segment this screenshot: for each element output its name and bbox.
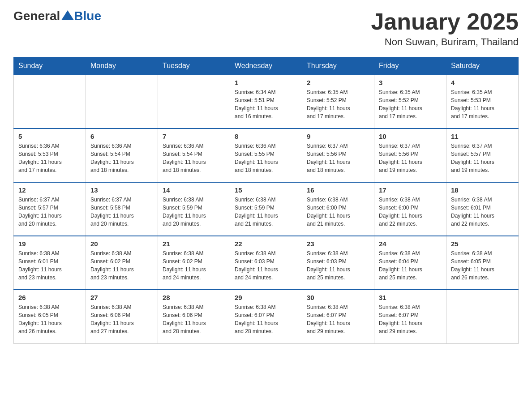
day-info: Sunrise: 6:38 AM Sunset: 6:07 PM Dayligh… [379,303,442,335]
day-info: Sunrise: 6:37 AM Sunset: 5:56 PM Dayligh… [307,142,369,174]
calendar-cell: 2Sunrise: 6:35 AM Sunset: 5:52 PM Daylig… [302,75,374,128]
calendar-cell: 28Sunrise: 6:38 AM Sunset: 6:06 PM Dayli… [158,290,230,343]
day-info: Sunrise: 6:37 AM Sunset: 5:58 PM Dayligh… [90,196,153,228]
logo-blue-text: Blue [74,9,101,23]
day-number: 21 [163,240,225,248]
calendar-cell: 14Sunrise: 6:38 AM Sunset: 5:59 PM Dayli… [158,182,230,236]
calendar-cell [86,75,158,128]
day-info: Sunrise: 6:38 AM Sunset: 6:06 PM Dayligh… [163,303,225,335]
day-number: 7 [163,133,225,140]
day-number: 16 [307,186,369,194]
day-number: 31 [379,294,442,301]
day-number: 28 [163,294,225,301]
day-info: Sunrise: 6:36 AM Sunset: 5:54 PM Dayligh… [163,142,225,174]
calendar-cell: 24Sunrise: 6:38 AM Sunset: 6:04 PM Dayli… [374,236,446,290]
logo-triangle-icon [61,10,74,20]
header-row: SundayMondayTuesdayWednesdayThursdayFrid… [14,57,519,75]
calendar-week-2: 5Sunrise: 6:36 AM Sunset: 5:53 PM Daylig… [14,128,519,182]
day-number: 19 [18,240,81,248]
day-number: 25 [451,240,514,248]
calendar-cell: 13Sunrise: 6:37 AM Sunset: 5:58 PM Dayli… [86,182,158,236]
day-number: 22 [235,240,297,248]
calendar-cell: 19Sunrise: 6:38 AM Sunset: 6:01 PM Dayli… [14,236,86,290]
calendar-cell: 10Sunrise: 6:37 AM Sunset: 5:56 PM Dayli… [374,128,446,182]
day-number: 1 [235,79,297,86]
calendar-cell: 9Sunrise: 6:37 AM Sunset: 5:56 PM Daylig… [302,128,374,182]
calendar-week-1: 1Sunrise: 6:34 AM Sunset: 5:51 PM Daylig… [14,75,519,128]
day-info: Sunrise: 6:36 AM Sunset: 5:54 PM Dayligh… [90,142,153,174]
day-info: Sunrise: 6:38 AM Sunset: 6:07 PM Dayligh… [235,303,297,335]
calendar-cell: 6Sunrise: 6:36 AM Sunset: 5:54 PM Daylig… [86,128,158,182]
day-info: Sunrise: 6:38 AM Sunset: 6:01 PM Dayligh… [451,196,514,228]
day-info: Sunrise: 6:38 AM Sunset: 6:04 PM Dayligh… [379,249,442,282]
day-number: 4 [451,79,514,86]
calendar-week-3: 12Sunrise: 6:37 AM Sunset: 5:57 PM Dayli… [14,182,519,236]
calendar-cell: 4Sunrise: 6:35 AM Sunset: 5:53 PM Daylig… [446,75,519,128]
header-cell-wednesday: Wednesday [230,57,302,75]
day-number: 8 [235,133,297,140]
header-cell-saturday: Saturday [446,57,519,75]
day-number: 11 [451,133,514,140]
calendar-header: SundayMondayTuesdayWednesdayThursdayFrid… [14,57,519,75]
day-info: Sunrise: 6:34 AM Sunset: 5:51 PM Dayligh… [235,88,297,120]
day-number: 17 [379,186,442,194]
day-info: Sunrise: 6:37 AM Sunset: 5:56 PM Dayligh… [379,142,442,174]
day-number: 10 [379,133,442,140]
day-info: Sunrise: 6:38 AM Sunset: 6:02 PM Dayligh… [163,249,225,282]
day-info: Sunrise: 6:38 AM Sunset: 6:00 PM Dayligh… [307,196,369,228]
day-number: 12 [18,186,81,194]
day-info: Sunrise: 6:38 AM Sunset: 6:07 PM Dayligh… [307,303,369,335]
header-cell-thursday: Thursday [302,57,374,75]
day-number: 24 [379,240,442,248]
calendar-cell [14,75,86,128]
calendar-cell [446,290,519,343]
calendar-cell: 15Sunrise: 6:38 AM Sunset: 5:59 PM Dayli… [230,182,302,236]
day-number: 23 [307,240,369,248]
day-info: Sunrise: 6:37 AM Sunset: 5:57 PM Dayligh… [451,142,514,174]
logo: General Blue [13,9,101,23]
day-number: 18 [451,186,514,194]
calendar-cell: 17Sunrise: 6:38 AM Sunset: 6:00 PM Dayli… [374,182,446,236]
title-section: January 2025 Non Suwan, Buriram, Thailan… [371,9,519,48]
calendar-cell: 22Sunrise: 6:38 AM Sunset: 6:03 PM Dayli… [230,236,302,290]
day-info: Sunrise: 6:38 AM Sunset: 6:01 PM Dayligh… [18,249,81,282]
day-info: Sunrise: 6:38 AM Sunset: 5:59 PM Dayligh… [235,196,297,228]
calendar-body: 1Sunrise: 6:34 AM Sunset: 5:51 PM Daylig… [14,75,519,343]
calendar-cell: 26Sunrise: 6:38 AM Sunset: 6:05 PM Dayli… [14,290,86,343]
day-info: Sunrise: 6:38 AM Sunset: 6:00 PM Dayligh… [379,196,442,228]
day-info: Sunrise: 6:35 AM Sunset: 5:52 PM Dayligh… [307,88,369,120]
calendar-cell: 12Sunrise: 6:37 AM Sunset: 5:57 PM Dayli… [14,182,86,236]
day-number: 30 [307,294,369,301]
day-info: Sunrise: 6:38 AM Sunset: 6:02 PM Dayligh… [90,249,153,282]
calendar-cell: 5Sunrise: 6:36 AM Sunset: 5:53 PM Daylig… [14,128,86,182]
day-info: Sunrise: 6:38 AM Sunset: 6:06 PM Dayligh… [90,303,153,335]
day-info: Sunrise: 6:37 AM Sunset: 5:57 PM Dayligh… [18,196,81,228]
page-header: General Blue January 2025 Non Suwan, Bur… [13,9,519,48]
day-number: 27 [90,294,153,301]
calendar-cell: 8Sunrise: 6:36 AM Sunset: 5:55 PM Daylig… [230,128,302,182]
day-number: 29 [235,294,297,301]
calendar-week-4: 19Sunrise: 6:38 AM Sunset: 6:01 PM Dayli… [14,236,519,290]
day-number: 5 [18,133,81,140]
calendar-cell: 7Sunrise: 6:36 AM Sunset: 5:54 PM Daylig… [158,128,230,182]
day-info: Sunrise: 6:36 AM Sunset: 5:55 PM Dayligh… [235,142,297,174]
header-cell-friday: Friday [374,57,446,75]
calendar-cell: 18Sunrise: 6:38 AM Sunset: 6:01 PM Dayli… [446,182,519,236]
calendar-cell: 21Sunrise: 6:38 AM Sunset: 6:02 PM Dayli… [158,236,230,290]
day-number: 2 [307,79,369,86]
header-cell-sunday: Sunday [14,57,86,75]
calendar-cell [158,75,230,128]
header-cell-monday: Monday [86,57,158,75]
day-info: Sunrise: 6:35 AM Sunset: 5:52 PM Dayligh… [379,88,442,120]
day-number: 26 [18,294,81,301]
calendar-cell: 16Sunrise: 6:38 AM Sunset: 6:00 PM Dayli… [302,182,374,236]
day-number: 14 [163,186,225,194]
calendar-cell: 31Sunrise: 6:38 AM Sunset: 6:07 PM Dayli… [374,290,446,343]
calendar-cell: 27Sunrise: 6:38 AM Sunset: 6:06 PM Dayli… [86,290,158,343]
calendar-table: SundayMondayTuesdayWednesdayThursdayFrid… [13,57,519,344]
day-info: Sunrise: 6:38 AM Sunset: 6:05 PM Dayligh… [451,249,514,282]
calendar-cell: 3Sunrise: 6:35 AM Sunset: 5:52 PM Daylig… [374,75,446,128]
calendar-cell: 29Sunrise: 6:38 AM Sunset: 6:07 PM Dayli… [230,290,302,343]
logo-general-text: General [13,9,60,23]
calendar-cell: 20Sunrise: 6:38 AM Sunset: 6:02 PM Dayli… [86,236,158,290]
